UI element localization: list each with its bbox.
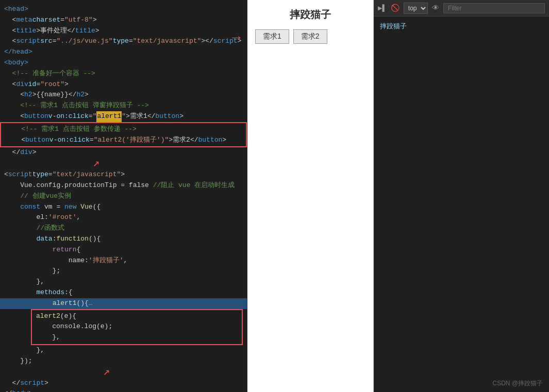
code-line: <script type="text/javascript"> [0,169,247,180]
code-line: //函数式 [0,223,247,234]
btn-demo-2[interactable]: 需求2 [293,29,327,44]
code-line: }, [0,345,247,356]
arrow2: ↗ [0,367,247,378]
devtools-icon-block[interactable]: 🚫 [391,4,400,12]
devtools-panel: ▶▌ 🚫 top 👁 摔跤猫子 CSDN @摔跤猫子 [374,0,549,392]
code-line: const vm = new Vue({ [0,202,247,213]
code-line: </body> [0,388,247,392]
devtools-icon-panel[interactable]: ▶▌ [378,4,387,12]
code-editor: <head> <meta charset="utf-8"> <title>事件处… [0,0,247,392]
devtools-filter-input[interactable] [443,3,545,13]
code-line: name:'摔跤猫子', [0,255,247,266]
devtools-icon-eye[interactable]: 👁 [432,4,439,12]
arrow1: ↗ [0,158,247,169]
code-line: }; [0,266,247,277]
code-line: el:'#root', [0,212,247,223]
code-line: Vue.config.productionTip = false //阻止 vu… [0,180,247,191]
code-line-box2: console.log(e); [36,321,238,332]
code-line: return{ [0,245,247,255]
code-line-highlighted: alert1(){… [0,298,247,309]
code-line: <button v-on:click="alert1">需求1</button> [0,111,247,122]
code-line: </head> [0,47,247,58]
devtools-toolbar: ▶▌ 🚫 top 👁 [374,0,549,16]
code-line: </script> [0,378,247,389]
code-line: <div id="root"> [0,79,247,90]
code-line: <h2>{{name}}</h2> [0,90,247,100]
code-line: <!-- 需求1 点击按钮 弹窗摔跤猫子 --> [0,100,247,111]
code-line: }, [0,277,247,287]
devtools-footer: CSDN @摔跤猫子 [374,375,549,392]
code-line: <meta charset="utf-8"> [0,15,247,26]
page-title: 摔跤猫子 [247,0,373,27]
code-line: }); [0,356,247,367]
code-line: <title>事件处理</title> [0,26,247,37]
code-line: </div> [0,147,247,158]
devtools-node: 摔跤猫子 [378,21,545,32]
browser-preview: 摔跤猫子 需求1 需求2 → [247,0,374,392]
code-line: methods:{ [0,287,247,298]
devtools-content: 摔跤猫子 [374,16,549,375]
button-group: 需求1 需求2 [247,27,373,46]
arrow-right: → [232,30,241,46]
code-line: data:function(){ [0,234,247,245]
code-line: <!-- 准备好一个容器 --> [0,69,247,79]
code-line: // 创建vue实例 [0,191,247,202]
btn-demo-1[interactable]: 需求1 [255,29,289,44]
code-line: <head> [0,4,247,15]
code-line: <script src="../js/vue.js" type="text/ja… [0,36,247,47]
code-line-box2: alert2(e){ [36,311,238,322]
code-line: <body> [0,58,247,69]
code-line-box2: }, [36,332,238,343]
code-line-box1-top: <!-- 需求1 点击按钮 参数传递 --> [0,122,247,135]
code-line-box1-bottom: <button v-on:click="alert2('摔跤猫子')">需求2<… [0,135,247,148]
devtools-top-select[interactable]: top [404,3,428,14]
